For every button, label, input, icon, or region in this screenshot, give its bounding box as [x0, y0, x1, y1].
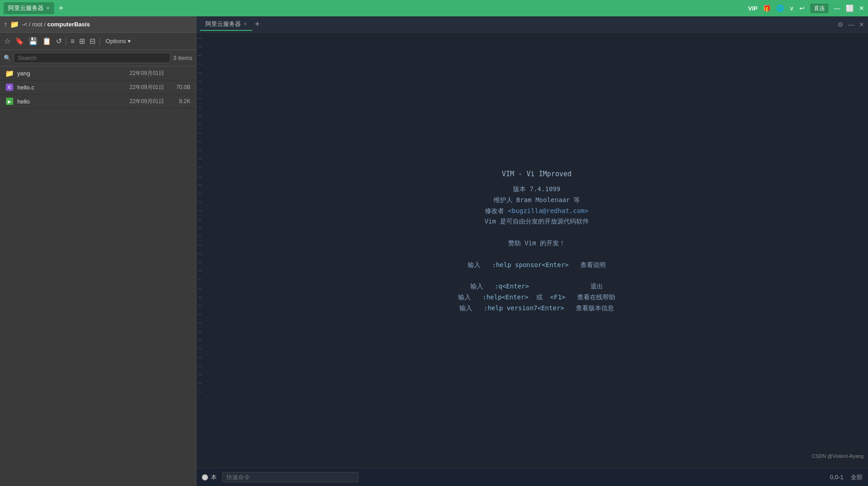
tag-icon[interactable]: 🔖 [14, 35, 25, 47]
vim-sponsor: 赞助 Vim 的开发！ [458, 238, 615, 249]
terminal-settings-icon[interactable]: ⚙ [838, 21, 843, 28]
copy-icon[interactable]: 📋 [41, 35, 53, 47]
minimize-window-icon[interactable]: — [834, 5, 840, 12]
file-panel-toolbar: ☆ 🔖 💾 📋 ↺ ≡ ⊞ ⊟ Options ▾ [0, 33, 196, 50]
mode-indicator: 本 [202, 473, 217, 481]
vim-cmd4: 输入 :help version7<Enter> 查看版本信息 [458, 303, 615, 314]
mode-circle-icon [202, 474, 208, 481]
terminal-tabbar-right: ⚙ — ✕ [838, 21, 864, 28]
file-name: yang [17, 70, 115, 77]
file-list: 📁 yang 22年09月01日 C hello.c 22年09月01日 70.… [0, 66, 196, 486]
terminal-tabbar: 阿里云服务器 × + ⚙ — ✕ [196, 16, 868, 33]
file-name: hello [17, 98, 115, 105]
main-layout: ↑ 📁 -< / root / computerBasis ☆ 🔖 💾 📋 ↺ … [0, 16, 868, 486]
options-button[interactable]: Options ▾ [103, 37, 133, 45]
list-view-icon[interactable]: ≡ [69, 36, 76, 47]
gift-icon[interactable]: 🎁 [763, 5, 771, 12]
terminal-panel: 阿里云服务器 × + ⚙ — ✕ ~ ~ ~ ~ ~ ~ ~ ~ ~ [196, 16, 868, 486]
title-bar-right: VIP 🎁 🌐 ∨ ↩ 直连 — ⬜ ✕ [748, 4, 864, 13]
direct-connect-button[interactable]: 直连 [810, 4, 828, 13]
c-file-icon: C [5, 83, 14, 91]
vim-version: 版本 7.4.1099 [458, 184, 615, 195]
file-date: 22年09月01日 [119, 84, 164, 91]
browser-icon[interactable]: 🌐 [776, 5, 784, 12]
refresh-icon[interactable]: ↺ [55, 35, 63, 47]
title-bar: 阿里云服务器 × + VIP 🎁 🌐 ∨ ↩ 直连 — ⬜ ✕ [0, 0, 868, 16]
vip-icon[interactable]: VIP [748, 5, 758, 12]
folder-icon: 📁 [5, 69, 14, 77]
file-size: 8.2K [168, 98, 190, 104]
restore-window-icon[interactable]: ⬜ [846, 5, 853, 12]
file-date: 22年09月01日 [119, 98, 164, 105]
vim-cmd2-cmd: :q<Enter> [494, 283, 529, 290]
status-right: 0,0-1 全部 [830, 473, 863, 481]
terminal-tab-close-icon[interactable]: × [244, 21, 247, 27]
terminal-tab[interactable]: 阿里云服务器 × [200, 18, 252, 31]
breadcrumb: -< / root / computerBasis [22, 21, 90, 28]
vim-title: VIM - Vi IMproved [458, 169, 615, 180]
search-icon: 🔍 [4, 55, 11, 61]
terminal-statusbar: 本 0,0-1 全部 [196, 468, 868, 486]
vim-cmd1-cmd: :help sponsor<Enter> [492, 261, 569, 268]
vim-splash-area: VIM - Vi IMproved 版本 7.4.1099 维护人 Bram M… [205, 33, 868, 450]
browser-tab[interactable]: 阿里云服务器 × [4, 2, 54, 14]
vim-cmd3-cmd: :help<Enter> [483, 293, 529, 301]
nav-folder-icon[interactable]: 📁 [10, 20, 19, 29]
nav-up-icon[interactable]: ↑ [4, 20, 7, 29]
back-icon[interactable]: ↩ [799, 5, 805, 12]
new-terminal-tab-button[interactable]: + [255, 20, 260, 29]
terminal-content[interactable]: ~ ~ ~ ~ ~ ~ ~ ~ ~ ~ ~ ~ ~ ~ ~ ~ ~ ~ ~ ~ [196, 33, 868, 468]
vim-link: <bugzilla@redhat.com> [508, 207, 589, 214]
toolbar-separator [66, 37, 66, 45]
vim-cmd3: 输入 :help<Enter> 或 <F1> 查看在线帮助 [458, 292, 615, 303]
vim-cmd1: 输入 :help sponsor<Enter> 查看说明 [458, 260, 615, 271]
new-tab-button[interactable]: + [59, 4, 64, 13]
tab-label: 阿里云服务器 [8, 4, 44, 12]
search-input[interactable] [14, 53, 170, 63]
tilde-column: ~ ~ ~ ~ ~ ~ ~ ~ ~ ~ ~ ~ ~ ~ ~ ~ ~ ~ ~ ~ [196, 33, 205, 450]
terminal-close-icon[interactable]: ✕ [859, 21, 864, 28]
vim-splash: VIM - Vi IMproved 版本 7.4.1099 维护人 Bram M… [458, 169, 615, 313]
cursor-position: 0,0-1 [830, 474, 843, 481]
detail-view-icon[interactable]: ⊟ [88, 35, 97, 47]
vim-cmd4-cmd: :help version7<Enter> [484, 304, 564, 312]
file-panel: ↑ 📁 -< / root / computerBasis ☆ 🔖 💾 📋 ↺ … [0, 16, 196, 486]
vim-maintainer: 维护人 Bram Moolenaar 等 [458, 195, 615, 206]
list-item[interactable]: ▶ hello 22年09月01日 8.2K [0, 94, 196, 109]
tab-close-icon[interactable]: × [46, 5, 50, 11]
file-panel-topbar: ↑ 📁 -< / root / computerBasis [0, 16, 196, 33]
bookmark-icon[interactable]: ☆ [3, 35, 12, 47]
toolbar-separator-2 [100, 37, 100, 45]
dropdown-icon[interactable]: ∨ [789, 5, 794, 12]
vim-modifier: 修改者 <bugzilla@redhat.com> [458, 206, 615, 217]
items-count: 3 items [173, 55, 192, 61]
file-date: 22年09月01日 [119, 69, 164, 77]
vim-freedom: Vim 是可自由分发的开放源代码软件 [458, 216, 615, 227]
exec-file-icon: ▶ [5, 97, 14, 105]
file-name: hello.c [17, 84, 115, 91]
list-item[interactable]: 📁 yang 22年09月01日 [0, 66, 196, 80]
terminal-minimize-icon[interactable]: — [848, 21, 854, 28]
grid-view-icon[interactable]: ⊞ [78, 35, 86, 47]
file-size: 70.0B [168, 84, 190, 90]
vim-cmd2: 输入 :q<Enter> 退出 [458, 281, 615, 292]
close-window-icon[interactable]: ✕ [859, 5, 864, 12]
list-item[interactable]: C hello.c 22年09月01日 70.0B [0, 80, 196, 94]
vim-cmd3-f1: <F1> [550, 293, 566, 301]
save-icon[interactable]: 💾 [27, 35, 39, 47]
csdn-badge: CSDN @Violent-Ayang [812, 453, 863, 459]
search-bar: 🔍 3 items [0, 50, 196, 66]
quick-cmd-input[interactable] [222, 472, 359, 482]
mode-text: 本 [211, 473, 217, 481]
terminal-tab-label: 阿里云服务器 [205, 20, 241, 28]
breadcrumb-current: computerBasis [47, 21, 90, 28]
scroll-status: 全部 [851, 473, 863, 481]
